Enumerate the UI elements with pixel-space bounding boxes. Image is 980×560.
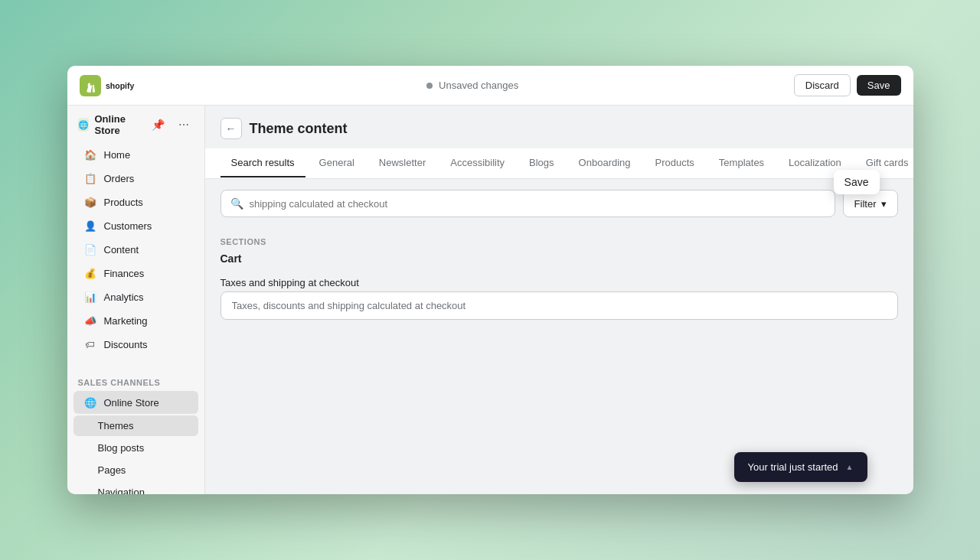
taxes-row-label: Taxes and shipping at checkout — [205, 271, 913, 291]
tab-label-products: Products — [655, 157, 694, 168]
svg-text:shopify: shopify — [106, 80, 134, 90]
sidebar-label-products: Products — [104, 197, 143, 208]
back-button[interactable]: ← — [220, 118, 242, 139]
tab-label-templates: Templates — [719, 157, 764, 168]
tab-onboarding[interactable]: Onboarding — [568, 149, 642, 177]
sidebar-label-pages: Pages — [98, 464, 126, 476]
search-row: 🔍 Filter ▾ — [205, 179, 913, 228]
sidebar-label-orders: Orders — [104, 173, 135, 184]
filter-label: Filter — [854, 198, 877, 210]
cart-label: Cart — [205, 249, 913, 271]
breadcrumb-store-name: Online Store — [95, 113, 141, 136]
save-button-top[interactable]: Save — [857, 75, 901, 96]
sidebar-label-discounts: Discounts — [104, 339, 148, 350]
sidebar-label-finances: Finances — [104, 268, 145, 279]
content-area: ← Theme content Search results General N… — [205, 106, 913, 494]
sidebar-label-analytics: Analytics — [104, 291, 144, 303]
unsaved-text: Unsaved changes — [439, 80, 518, 91]
sidebar-label-navigation: Navigation — [98, 487, 145, 494]
sidebar-label-customers: Customers — [104, 220, 152, 232]
app-window: shopify Unsaved changes Discard Save 🌐 O… — [67, 66, 913, 494]
tabs-bar: Search results General Newsletter Access… — [205, 148, 913, 179]
analytics-icon: 📊 — [84, 291, 96, 303]
search-icon: 🔍 — [230, 197, 243, 210]
sidebar-nav: 🏠 Home 📋 Orders 📦 Products 👤 Customers 📄 — [67, 136, 204, 363]
sidebar-item-home[interactable]: 🏠 Home — [74, 143, 198, 166]
tab-label-accessibility: Accessibility — [450, 157, 505, 168]
back-icon: ← — [226, 122, 237, 135]
sidebar-item-products[interactable]: 📦 Products — [74, 190, 198, 213]
breadcrumb-more-button[interactable]: ⋯ — [174, 117, 194, 132]
sidebar-item-content[interactable]: 📄 Content — [74, 238, 198, 261]
save-tooltip[interactable]: Save — [834, 170, 880, 194]
online-store-icon: 🌐 — [78, 118, 89, 132]
tab-search-results[interactable]: Search results — [220, 149, 305, 177]
sidebar-sub-pages[interactable]: Pages — [74, 460, 198, 480]
topbar-center: Unsaved changes — [152, 80, 794, 91]
topbar: shopify Unsaved changes Discard Save — [67, 66, 913, 106]
taxes-input-wrap — [220, 291, 898, 320]
topbar-actions: Discard Save — [794, 74, 901, 96]
sales-channels-label: Sales channels — [67, 372, 204, 390]
tab-label-onboarding: Onboarding — [579, 157, 631, 168]
online-store-nav-icon: 🌐 — [84, 396, 96, 409]
tab-label-gift-cards: Gift cards — [866, 157, 909, 168]
shopify-logo-icon — [80, 75, 101, 96]
save-tooltip-label: Save — [844, 176, 869, 188]
main-layout: 🌐 Online Store 📌 ⋯ 🏠 Home 📋 Orders — [67, 106, 913, 494]
trial-chevron-icon: ▲ — [846, 463, 854, 471]
tab-newsletter[interactable]: Newsletter — [368, 149, 436, 177]
sidebar-item-marketing[interactable]: 📣 Marketing — [74, 309, 198, 332]
tab-blogs[interactable]: Blogs — [518, 149, 565, 177]
sidebar-label-themes: Themes — [98, 420, 134, 431]
sidebar-item-discounts[interactable]: 🏷 Discounts — [74, 333, 198, 356]
marketing-icon: 📣 — [84, 314, 96, 327]
tab-templates[interactable]: Templates — [708, 149, 775, 177]
store-icon: 🌐 — [78, 120, 89, 130]
tab-general[interactable]: General — [309, 149, 365, 177]
unsaved-dot — [426, 83, 433, 89]
tab-label-general: General — [319, 157, 354, 168]
sections-label: Sections — [205, 228, 913, 249]
shopify-wordmark: shopify — [106, 79, 152, 93]
tab-accessibility[interactable]: Accessibility — [439, 149, 515, 177]
sidebar-sub-navigation[interactable]: Navigation — [74, 482, 198, 494]
trial-text: Your trial just started — [748, 461, 838, 473]
search-input[interactable] — [250, 198, 825, 210]
page-title: Theme content — [250, 121, 348, 137]
taxes-input[interactable] — [220, 291, 898, 320]
tab-label-newsletter: Newsletter — [379, 157, 426, 168]
trial-banner[interactable]: Your trial just started ▲ — [734, 452, 867, 482]
sidebar-item-orders[interactable]: 📋 Orders — [74, 167, 198, 190]
sidebar-label-home: Home — [104, 149, 131, 161]
sidebar-label-marketing: Marketing — [104, 315, 148, 327]
sidebar-label-online-store: Online Store — [104, 397, 159, 409]
shopify-logo: shopify — [80, 75, 152, 96]
home-icon: 🏠 — [84, 148, 96, 161]
tab-label-localization: Localization — [789, 157, 841, 168]
sidebar-sub-themes[interactable]: Themes — [74, 415, 198, 436]
finances-icon: 💰 — [84, 267, 96, 279]
sidebar-item-analytics[interactable]: 📊 Analytics — [74, 285, 198, 308]
tab-products[interactable]: Products — [645, 149, 705, 177]
orders-icon: 📋 — [84, 172, 96, 184]
sidebar-sub-blog-posts[interactable]: Blog posts — [74, 438, 198, 458]
sidebar-label-blog-posts: Blog posts — [98, 442, 145, 454]
sidebar: 🌐 Online Store 📌 ⋯ 🏠 Home 📋 Orders — [67, 106, 205, 494]
breadcrumb-actions: 📌 ⋯ — [147, 117, 194, 132]
sidebar-item-finances[interactable]: 💰 Finances — [74, 262, 198, 285]
discard-button[interactable]: Discard — [794, 74, 851, 96]
sidebar-item-customers[interactable]: 👤 Customers — [74, 214, 198, 237]
online-store-breadcrumb: 🌐 Online Store 📌 ⋯ — [67, 106, 204, 136]
content-icon: 📄 — [84, 243, 96, 256]
sidebar-label-content: Content — [104, 244, 139, 256]
content-header: ← Theme content — [205, 106, 913, 148]
tab-label-blogs: Blogs — [529, 157, 554, 168]
search-box: 🔍 — [220, 190, 835, 217]
sidebar-item-online-store[interactable]: 🌐 Online Store — [74, 391, 198, 414]
tab-label-search-results: Search results — [231, 157, 295, 168]
filter-chevron-icon: ▾ — [881, 198, 887, 210]
products-icon: 📦 — [84, 196, 96, 208]
discounts-icon: 🏷 — [84, 338, 96, 350]
breadcrumb-pin-button[interactable]: 📌 — [147, 117, 169, 132]
